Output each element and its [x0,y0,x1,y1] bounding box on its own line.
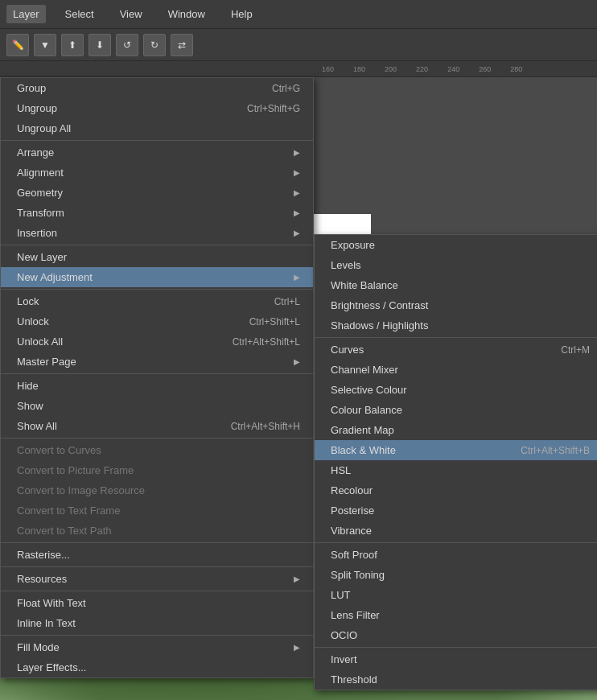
arrange-arrow-icon: ▶ [294,148,300,157]
paste-btn[interactable]: ⬇ [89,34,111,56]
adj-shadows-highlights[interactable]: Shadows / Highlights [315,315,597,336]
layer-menu-unlock-all[interactable]: Unlock All Ctrl+Alt+Shift+L [1,331,313,352]
layer-menu-rasterise[interactable]: Rasterise... [1,545,313,565]
adj-ocio[interactable]: OCIO [315,625,597,645]
layer-menu-master-page[interactable]: Master Page ▶ [1,352,313,372]
adj-channel-mixer-label: Channel Mixer [331,364,398,376]
adj-white-balance[interactable]: White Balance [315,275,597,295]
separator [315,542,597,543]
ruler-mark: 260 [479,65,491,73]
rotate-left-btn[interactable]: ↺ [116,34,138,56]
ruler-mark: 280 [510,65,522,73]
layer-menu-convert-text-frame: Convert to Text Frame [1,500,313,521]
layer-menu: Group Ctrl+G Ungroup Ctrl+Shift+G Ungrou… [0,77,314,678]
adj-invert[interactable]: Invert [315,649,597,669]
layer-menu-show-all[interactable]: Show All Ctrl+Alt+Shift+H [1,416,313,436]
adj-hsl[interactable]: HSL [315,460,597,480]
layer-menu-float-text[interactable]: Float With Text [1,593,313,613]
flip-btn[interactable]: ⇄ [171,34,193,56]
ruler-mark: 160 [322,65,334,73]
adj-shadows-highlights-label: Shadows / Highlights [331,319,428,331]
layer-menu-alignment[interactable]: Alignment ▶ [1,163,313,183]
dropdown-btn[interactable]: ▼ [34,34,56,56]
menubar-layer[interactable]: Layer [6,5,46,23]
layer-menu-lock-label: Lock [17,295,39,307]
fill-mode-arrow-icon: ▶ [294,643,300,652]
adj-lens-filter[interactable]: Lens Filter [315,605,597,625]
layer-menu-convert-picture-label: Convert to Picture Frame [17,464,134,476]
layer-menu-ungroup-shortcut: Ctrl+Shift+G [247,103,300,114]
layer-menu-show-all-shortcut: Ctrl+Alt+Shift+H [231,421,300,432]
adj-curves-label: Curves [331,344,364,356]
layer-menu-new-adjustment[interactable]: New Adjustment ▶ [1,267,313,287]
adj-lut[interactable]: LUT [315,585,597,605]
layer-menu-arrange[interactable]: Arrange ▶ [1,142,313,163]
layer-menu-transform-label: Transform [17,207,64,219]
layer-menu-inline-text[interactable]: Inline In Text [1,613,313,633]
layer-menu-new-adjustment-label: New Adjustment [17,271,93,283]
adj-levels[interactable]: Levels [315,255,597,275]
layer-menu-group-label: Group [17,82,46,94]
layer-menu-convert-image-label: Convert to Image Resource [17,484,145,496]
separator [315,647,597,648]
adj-colour-balance[interactable]: Colour Balance [315,400,597,420]
adj-gradient-map[interactable]: Gradient Map [315,420,597,440]
geometry-arrow-icon: ▶ [294,188,300,197]
separator [1,438,313,439]
separator [1,542,313,543]
layer-menu-new-layer[interactable]: New Layer [1,247,313,267]
adj-hsl-label: HSL [331,464,351,476]
adj-vibrance-label: Vibrance [331,525,372,537]
layer-menu-group-shortcut: Ctrl+G [272,83,300,94]
ruler-mark: 220 [416,65,428,73]
adj-white-balance-label: White Balance [331,279,398,291]
adj-curves[interactable]: Curves Ctrl+M [315,340,597,360]
layer-menu-resources[interactable]: Resources ▶ [1,569,313,589]
layer-menu-transform[interactable]: Transform ▶ [1,203,313,223]
layer-menu-insertion-label: Insertion [17,227,57,239]
alignment-arrow-icon: ▶ [294,168,300,177]
adj-split-toning[interactable]: Split Toning [315,565,597,585]
layer-menu-fill-mode-label: Fill Mode [17,641,60,653]
layer-menu-lock[interactable]: Lock Ctrl+L [1,291,313,311]
adj-exposure[interactable]: Exposure [315,235,597,255]
copy-btn[interactable]: ⬆ [61,34,84,56]
adjustment-submenu: Exposure Levels White Balance Brightness… [314,234,597,690]
layer-menu-unlock-label: Unlock [17,315,49,327]
layer-menu-ungroup-all[interactable]: Ungroup All [1,118,313,138]
layer-menu-group[interactable]: Group Ctrl+G [1,78,313,98]
rotate-right-btn[interactable]: ↻ [143,34,166,56]
eraser-tool-btn[interactable]: ✏️ [6,34,29,56]
ruler-mark: 200 [385,65,397,73]
adj-threshold[interactable]: Threshold [315,669,597,690]
layer-menu-geometry[interactable]: Geometry ▶ [1,183,313,203]
layer-menu-layer-effects[interactable]: Layer Effects... [1,657,313,677]
adj-posterise[interactable]: Posterise [315,500,597,521]
menubar-select[interactable]: Select [59,5,101,23]
adj-recolour[interactable]: Recolour [315,480,597,500]
adj-lens-filter-label: Lens Filter [331,609,380,621]
separator [1,635,313,636]
layer-menu-insertion[interactable]: Insertion ▶ [1,223,313,243]
adj-brightness-contrast[interactable]: Brightness / Contrast [315,295,597,315]
layer-menu-convert-curves: Convert to Curves [1,440,313,460]
adj-soft-proof[interactable]: Soft Proof [315,545,597,565]
adj-channel-mixer[interactable]: Channel Mixer [315,360,597,380]
menubar-view[interactable]: View [113,5,149,23]
layer-menu-resources-label: Resources [17,573,67,585]
layer-menu-unlock[interactable]: Unlock Ctrl+Shift+L [1,311,313,331]
adj-black-white-label: Black & White [331,444,396,456]
adj-black-white[interactable]: Black & White Ctrl+Alt+Shift+B [315,440,597,460]
menubar-window[interactable]: Window [162,5,212,23]
layer-menu-fill-mode[interactable]: Fill Mode ▶ [1,637,313,657]
layer-menu-show[interactable]: Show [1,396,313,416]
master-page-arrow-icon: ▶ [294,357,300,366]
menubar-help[interactable]: Help [224,5,259,23]
adj-vibrance[interactable]: Vibrance [315,521,597,541]
separator [315,337,597,338]
layer-menu-hide[interactable]: Hide [1,376,313,396]
adj-gradient-map-label: Gradient Map [331,424,394,436]
adj-posterise-label: Posterise [331,504,374,517]
adj-selective-colour[interactable]: Selective Colour [315,380,597,400]
layer-menu-ungroup[interactable]: Ungroup Ctrl+Shift+G [1,98,313,118]
